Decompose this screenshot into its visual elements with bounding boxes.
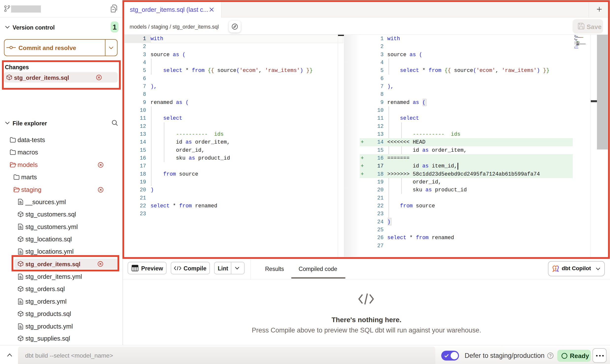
svg-text:?: ? [549,353,551,358]
